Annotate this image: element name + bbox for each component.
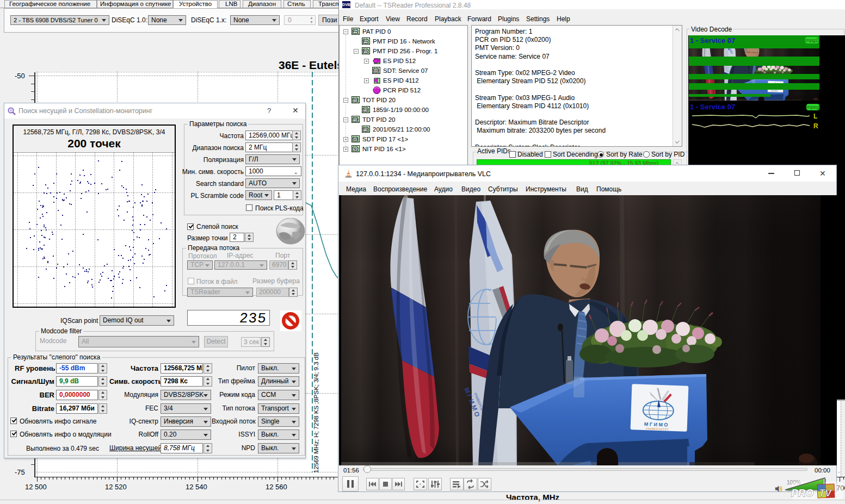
svg-text:TV: TV [819, 488, 832, 499]
svg-text:R: R [813, 122, 818, 130]
svg-text:L: L [813, 113, 817, 120]
svg-text:PRO: PRO [791, 487, 813, 499]
